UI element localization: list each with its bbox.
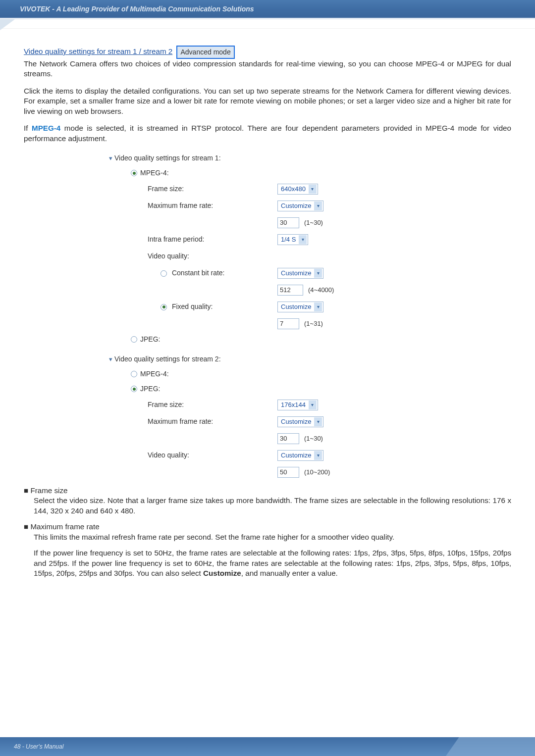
chevron-down-icon: ▾ — [109, 355, 112, 364]
stream2-maxfr-input[interactable] — [277, 433, 299, 444]
footer-text: 48 - User's Manual — [14, 743, 63, 750]
stream2-mpeg4-label: MPEG-4: — [140, 369, 169, 379]
stream1-framesize-row: Frame size: 640x480 ▾ — [109, 181, 426, 198]
stream1-vq-row: Video quality: — [109, 248, 426, 265]
bullet3-body: If the power line frequency is set to 50… — [34, 548, 511, 579]
section-title-row: Video quality settings for stream 1 / st… — [24, 46, 511, 59]
bullet3-post: , and manually enter a value. — [241, 569, 338, 577]
stream1-mpeg4-label: MPEG-4: — [140, 168, 169, 178]
stream2-maxfr-hint: (1~30) — [304, 434, 323, 443]
stream2-maxfr-value: Customize — [281, 417, 311, 426]
bullet2-title-text: Maximum frame rate — [30, 522, 99, 531]
stream1-cbr-select[interactable]: Customize ▾ — [277, 268, 323, 279]
chevron-down-icon: ▾ — [314, 269, 322, 278]
stream1-cbr-hint: (4~4000) — [308, 286, 334, 295]
chevron-down-icon: ▾ — [314, 451, 322, 460]
radio-icon[interactable] — [160, 270, 167, 277]
stream1-title-row[interactable]: ▾ Video quality settings for stream 1: — [109, 151, 426, 166]
stream1-framesize-value: 640x480 — [281, 185, 306, 194]
bullet1-title: ■ Frame size — [24, 486, 511, 496]
section-link[interactable]: Video quality settings for stream 1 / st… — [24, 47, 172, 55]
intro-p1: The Network Camera offers two choices of… — [24, 59, 511, 79]
stream1-cbr-value: Customize — [281, 269, 311, 278]
stream1-fq-custom-row: (1~31) — [109, 315, 426, 332]
stream1-fq-hint: (1~31) — [304, 319, 323, 328]
stream2-jpeg-row[interactable]: JPEG: — [109, 382, 426, 397]
stream1-mpeg4-row[interactable]: MPEG-4: — [109, 166, 426, 181]
stream1-fq-select[interactable]: Customize ▾ — [277, 302, 323, 312]
intro-p3-mpeg4: MPEG-4 — [32, 124, 60, 132]
stream2-vq-select[interactable]: Customize ▾ — [277, 450, 323, 461]
stream2-framesize-value: 176x144 — [281, 401, 306, 409]
stream1-fq-value: Customize — [281, 302, 311, 311]
stream2-maxfr-select[interactable]: Customize ▾ — [277, 416, 323, 427]
stream1-maxfr-label: Maximum frame rate: — [148, 202, 213, 209]
stream2-framesize-select[interactable]: 176x144 ▾ — [277, 400, 318, 410]
footer-band: 48 - User's Manual — [0, 737, 535, 756]
radio-icon[interactable] — [160, 304, 167, 310]
stream2-vq-row: Video quality: Customize ▾ — [109, 447, 426, 464]
stream1-vq-label: Video quality: — [148, 252, 189, 260]
stream1-intra-label: Intra frame period: — [148, 235, 204, 243]
stream2-framesize-row: Frame size: 176x144 ▾ — [109, 397, 426, 413]
stream1-maxfr-custom-row: (1~30) — [109, 214, 426, 231]
stream2-maxfr-row: Maximum frame rate: Customize ▾ — [109, 413, 426, 430]
stream1-framesize-label: Frame size: — [148, 185, 184, 193]
radio-icon — [131, 371, 137, 377]
stream1-cbr-custom-row: (4~4000) — [109, 282, 426, 299]
header-band: VIVOTEK - A Leading Provider of Multimed… — [0, 0, 535, 18]
intro-p3-post: mode is selected, it is streamed in RTSP… — [24, 124, 511, 143]
stream2-vq-custom-row: (10~200) — [109, 464, 426, 481]
stream1-fq-label: Fixed quality: — [172, 302, 213, 310]
stream1-block: ▾ Video quality settings for stream 1: M… — [109, 151, 426, 481]
header-strip — [0, 18, 535, 29]
chevron-down-icon: ▾ — [299, 235, 307, 244]
stream2-vq-value: Customize — [281, 451, 311, 460]
chevron-down-icon: ▾ — [314, 202, 322, 210]
stream1-cbr-label: Constant bit rate: — [172, 269, 225, 277]
stream2-maxfr-label: Maximum frame rate: — [148, 417, 213, 425]
stream1-intra-select[interactable]: 1/4 S ▾ — [277, 234, 308, 245]
radio-icon — [131, 386, 137, 392]
chevron-down-icon: ▾ — [309, 401, 317, 409]
chevron-down-icon: ▾ — [314, 417, 322, 426]
chevron-down-icon: ▾ — [309, 185, 317, 194]
stream1-fq-row: Fixed quality: Customize ▾ — [109, 299, 426, 315]
stream2-vq-label: Video quality: — [148, 451, 189, 459]
stream1-jpeg-row[interactable]: JPEG: — [109, 332, 426, 347]
stream1-maxfr-value: Customize — [281, 202, 311, 210]
bullet2-body: This limits the maximal refresh frame ra… — [34, 532, 511, 543]
stream1-maxfr-select[interactable]: Customize ▾ — [277, 201, 323, 211]
radio-icon — [131, 170, 137, 176]
chevron-down-icon: ▾ — [314, 302, 322, 311]
stream1-maxfr-hint: (1~30) — [304, 218, 323, 227]
stream1-jpeg-label: JPEG: — [140, 335, 160, 344]
bullet2-title: ■ Maximum frame rate — [24, 522, 511, 532]
stream2-mpeg4-row[interactable]: MPEG-4: — [109, 367, 426, 382]
stream2-vq-hint: (10~200) — [304, 468, 330, 477]
stream1-fq-input[interactable] — [277, 318, 299, 329]
stream2-vq-input[interactable] — [277, 467, 299, 478]
stream1-maxfr-row: Maximum frame rate: Customize ▾ — [109, 198, 426, 214]
chevron-down-icon: ▾ — [109, 154, 112, 163]
stream1-intra-row: Intra frame period: 1/4 S ▾ — [109, 231, 426, 248]
content-area: Video quality settings for stream 1 / st… — [0, 29, 535, 590]
stream1-cbr-row: Constant bit rate: Customize ▾ — [109, 265, 426, 282]
intro-p3-pre: If — [24, 124, 32, 132]
stream1-maxfr-input[interactable] — [277, 217, 299, 228]
bullet1-title-text: Frame size — [30, 486, 67, 495]
stream1-title: Video quality settings for stream 1: — [114, 153, 221, 163]
stream1-cbr-input[interactable] — [277, 285, 303, 296]
stream1-intra-value: 1/4 S — [281, 235, 296, 244]
stream2-jpeg-label: JPEG: — [140, 384, 160, 394]
stream2-title-row[interactable]: ▾ Video quality settings for stream 2: — [109, 352, 426, 367]
bullet1-body: Select the video size. Note that a large… — [34, 496, 511, 516]
radio-icon — [131, 336, 137, 343]
header-tagline: VIVOTEK - A Leading Provider of Multimed… — [20, 5, 254, 13]
intro-p3: If MPEG-4 mode is selected, it is stream… — [24, 123, 511, 144]
stream2-title: Video quality settings for stream 2: — [114, 354, 221, 364]
stream1-framesize-select[interactable]: 640x480 ▾ — [277, 184, 318, 195]
intro-p2: Click the items to display the detailed … — [24, 86, 511, 117]
footer-decoration — [446, 737, 535, 756]
advanced-mode-badge: Advanced mode — [176, 46, 234, 59]
